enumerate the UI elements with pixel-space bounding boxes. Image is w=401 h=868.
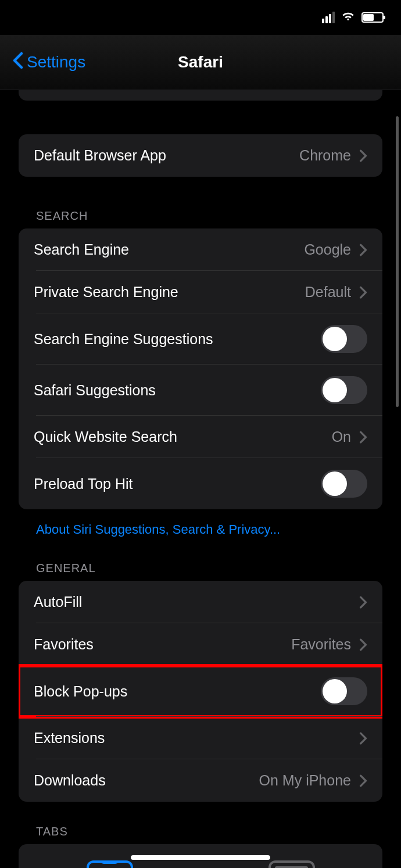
extensions-row[interactable]: Extensions xyxy=(19,717,382,759)
cellular-signal-icon xyxy=(322,12,335,23)
scrollbar[interactable] xyxy=(396,116,399,407)
row-label: Search Engine Suggestions xyxy=(34,331,321,348)
chevron-right-icon xyxy=(359,596,367,609)
row-value: Default xyxy=(305,284,351,301)
row-value: Google xyxy=(304,241,351,258)
preload-top-hit-row: Preload Top Hit xyxy=(19,458,382,509)
row-label: Search Engine xyxy=(34,241,304,258)
chevron-right-icon xyxy=(359,774,367,787)
row-label: Preload Top Hit xyxy=(34,476,321,492)
home-indicator[interactable] xyxy=(131,855,270,860)
row-label: Private Search Engine xyxy=(34,284,305,301)
general-group: AutoFill Favorites Favorites Block Pop-u… xyxy=(19,581,382,802)
private-search-engine-row[interactable]: Private Search Engine Default xyxy=(19,271,382,313)
preload-top-hit-toggle[interactable] xyxy=(321,470,367,498)
chevron-right-icon xyxy=(359,732,367,745)
row-label: Safari Suggestions xyxy=(34,382,321,399)
siri-suggestions-link[interactable]: About Siri Suggestions, Search & Privacy… xyxy=(19,516,382,537)
search-engine-suggestions-toggle[interactable] xyxy=(321,325,367,353)
navigation-bar: Settings Safari xyxy=(0,35,401,90)
wifi-icon xyxy=(341,9,356,26)
chevron-left-icon xyxy=(12,52,24,73)
row-label: Downloads xyxy=(34,772,259,789)
block-popups-toggle[interactable] xyxy=(321,677,367,705)
back-label: Settings xyxy=(27,53,85,72)
battery-icon xyxy=(361,12,384,23)
search-engine-suggestions-row: Search Engine Suggestions xyxy=(19,313,382,365)
chevron-right-icon xyxy=(359,244,367,256)
block-popups-row: Block Pop-ups xyxy=(19,666,382,717)
page-title: Safari xyxy=(178,53,223,72)
tab-layout-option-separate[interactable] xyxy=(268,860,315,868)
row-value: Chrome xyxy=(299,147,351,164)
row-value: On xyxy=(332,428,351,445)
favorites-row[interactable]: Favorites Favorites xyxy=(19,623,382,666)
search-engine-row[interactable]: Search Engine Google xyxy=(19,228,382,271)
chevron-right-icon xyxy=(359,431,367,444)
chevron-right-icon xyxy=(359,638,367,651)
search-group: Search Engine Google Private Search Engi… xyxy=(19,228,382,509)
tab-layout-option-compact[interactable] xyxy=(87,860,133,868)
general-section-header: GENERAL xyxy=(19,562,382,581)
back-button[interactable]: Settings xyxy=(12,52,85,73)
search-section-header: SEARCH xyxy=(19,209,382,228)
row-value: Favorites xyxy=(291,636,351,653)
row-label: Extensions xyxy=(34,730,359,746)
row-value: On My iPhone xyxy=(259,772,351,789)
autofill-row[interactable]: AutoFill xyxy=(19,581,382,623)
default-browser-row[interactable]: Default Browser App Chrome xyxy=(19,134,382,177)
safari-suggestions-toggle[interactable] xyxy=(321,376,367,404)
chevron-right-icon xyxy=(359,149,367,162)
tabs-section-header: TABS xyxy=(19,825,382,844)
row-label: AutoFill xyxy=(34,594,359,610)
row-label: Quick Website Search xyxy=(34,428,332,445)
downloads-row[interactable]: Downloads On My iPhone xyxy=(19,759,382,802)
partial-row xyxy=(19,90,382,101)
safari-suggestions-row: Safari Suggestions xyxy=(19,365,382,416)
default-browser-group: Default Browser App Chrome xyxy=(19,134,382,177)
row-label: Default Browser App xyxy=(34,147,299,164)
status-bar xyxy=(0,0,401,35)
row-label: Favorites xyxy=(34,636,291,653)
quick-website-search-row[interactable]: Quick Website Search On xyxy=(19,416,382,458)
chevron-right-icon xyxy=(359,286,367,299)
row-label: Block Pop-ups xyxy=(34,683,321,700)
